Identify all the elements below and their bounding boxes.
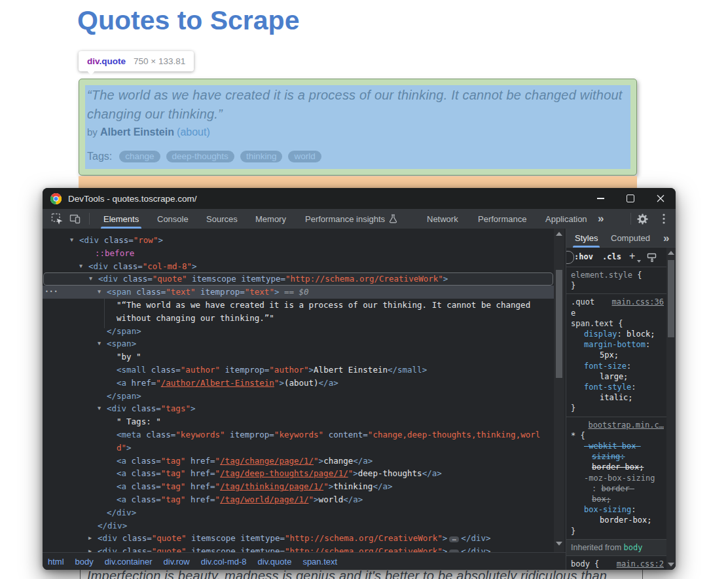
scroll-up-arrow[interactable] [556, 232, 562, 236]
dom-tree-row[interactable]: <a class="tag" href="/tag/world/page/1/"… [43, 493, 554, 506]
dom-tree-row[interactable]: d"> [43, 441, 554, 455]
dom-tree-row[interactable]: "“The world as we have created it is a p… [43, 299, 554, 312]
chrome-icon [50, 193, 62, 204]
scroll-down-arrow[interactable] [556, 542, 562, 546]
dom-tree-row[interactable]: ▼<div class="quote" itemscope itemtype="… [43, 272, 553, 286]
styles-filter-bar: :hov .cls + [566, 248, 666, 267]
breadcrumb-item-span-text[interactable]: span.text [302, 557, 337, 567]
tab-network[interactable]: Network [427, 209, 458, 229]
tab-performance[interactable]: Performance [478, 209, 526, 229]
device-toolbar-button[interactable] [69, 209, 81, 229]
kebab-icon [663, 214, 665, 224]
close-icon [657, 195, 664, 202]
dom-tree-row[interactable]: •••▼<span class="text" itemprop="text"> … [43, 286, 554, 299]
dom-tree-row[interactable]: without changing our thinking.”" [43, 312, 554, 325]
stylesheet-link[interactable]: main.css:36 [612, 297, 664, 307]
elements-panel: ▼<div class="row">::before▼<div class="c… [43, 229, 566, 570]
dom-tree-row[interactable]: "by " [43, 350, 554, 364]
dom-tree-row[interactable]: ▼<div class="col-md-8"> [43, 260, 554, 273]
scrollbar-thumb[interactable] [556, 270, 562, 378]
rendering-icon[interactable] [647, 252, 657, 263]
close-button[interactable] [646, 188, 676, 209]
inspect-icon [51, 213, 64, 225]
sidebar-tab-styles[interactable]: Styles [575, 229, 598, 248]
stylesheet-link[interactable]: main.css:2 [617, 559, 664, 569]
inspect-tooltip: div.quote 750 × 133.81 [79, 51, 194, 71]
maximize-button[interactable] [615, 188, 646, 209]
styles-scrollbar-thumb[interactable] [668, 260, 674, 337]
page-title[interactable]: Quotes to Scrape [77, 5, 299, 36]
quote-tags: Tags:changedeep-thoughtsthinkingworld [87, 151, 321, 162]
stylesheet-link[interactable]: bootstrap.min.c… [588, 420, 664, 430]
breadcrumb-item-div-row[interactable]: div.row [164, 557, 190, 567]
dom-tree-row[interactable]: ▶<div class="quote" itemscope itemtype="… [43, 545, 554, 552]
toggle-class-button[interactable]: .cls [602, 252, 621, 261]
inspect-highlight-content: “The world as we have created it is a pr… [85, 85, 630, 169]
dom-tree-row[interactable]: </span> [43, 390, 554, 403]
dom-tree-row[interactable]: ▼<div class="tags"> [43, 402, 554, 415]
dom-tree-row[interactable]: ▼<span> [43, 337, 554, 350]
breadcrumb-item-div-quote[interactable]: div.quote [258, 557, 292, 567]
filter-input[interactable] [566, 251, 574, 264]
styles-rules: element.style {}.quotmain.css:36espan.te… [566, 267, 666, 570]
styles-scroll-down[interactable] [668, 563, 674, 567]
dom-tree-row[interactable]: ▶<div class="quote" itemscope itemtype="… [43, 532, 554, 545]
about-link[interactable]: (about) [177, 126, 210, 138]
new-style-rule-button[interactable]: + [629, 250, 635, 262]
dom-tree[interactable]: ▼<div class="row">::before▼<div class="c… [43, 229, 554, 552]
minimize-button[interactable] [585, 188, 615, 209]
tooltip-dimensions: 750 × 133.81 [134, 56, 185, 66]
tag-pill[interactable]: change [119, 151, 160, 162]
device-toolbar-icon [69, 213, 81, 225]
dom-tree-row[interactable]: <a href="/author/Albert-Einstein">(about… [43, 377, 554, 390]
dom-tree-row[interactable]: </div> [43, 506, 554, 519]
collapsed-content-button[interactable]: … [449, 536, 459, 542]
quote-author: Albert Einstein [100, 126, 174, 138]
kebab-menu-button[interactable] [663, 209, 665, 229]
dom-tree-row[interactable]: <a class="tag" href="/tag/thinking/page/… [43, 480, 554, 493]
dom-tree-row[interactable]: <a class="tag" href="/tag/change/page/1/… [43, 455, 554, 468]
inherited-from-header: Inherited from body [566, 540, 666, 556]
tab-application[interactable]: Application [545, 209, 587, 229]
tooltip-arrow [86, 69, 96, 75]
sidebar-more-tabs[interactable]: » [663, 229, 668, 248]
dom-tree-row[interactable]: <meta class="keywords" itemprop="keyword… [43, 428, 554, 441]
devtools-content: ▼<div class="row">::before▼<div class="c… [43, 229, 676, 570]
dom-tree-row[interactable]: <a class="tag" href="/tag/deep-thoughts/… [43, 467, 554, 480]
tab-console[interactable]: Console [157, 209, 189, 229]
styles-scrollbar[interactable] [666, 248, 676, 570]
inherited-body-selector[interactable]: body [624, 543, 643, 552]
tab-performance-insights[interactable]: Performance insights [305, 209, 397, 229]
tab-elements[interactable]: Elements [103, 209, 139, 229]
tab-sources[interactable]: Sources [206, 209, 238, 229]
breadcrumb-item-div-col-md-8[interactable]: div.col-md-8 [201, 557, 247, 567]
toolbar-separator-2 [630, 213, 631, 225]
dom-tree-row[interactable]: </span> [43, 325, 554, 338]
indent-guide [104, 299, 105, 328]
sidebar-tab-computed[interactable]: Computed [611, 229, 650, 248]
dom-tree-row[interactable]: " Tags: " [43, 415, 554, 428]
breadcrumb-item-div-container[interactable]: div.container [105, 557, 153, 567]
tag-pill[interactable]: thinking [240, 151, 283, 162]
quote-byline: by Albert Einstein (about) [87, 126, 210, 138]
more-tabs-button[interactable]: » [598, 209, 603, 229]
dom-tree-row[interactable]: <small class="author" itemprop="author">… [43, 364, 554, 377]
toggle-hover-button[interactable]: :hov [574, 252, 593, 261]
style-rule-section: body {main.css:2 [566, 556, 666, 570]
breadcrumb-item-html[interactable]: html [48, 557, 64, 567]
tooltip-selector: div.quote [87, 56, 126, 66]
dom-tree-row[interactable]: </div> [43, 519, 554, 532]
dom-tree-row[interactable]: ▼<div class="row"> [43, 234, 554, 247]
dom-tree-row[interactable]: ::before [43, 247, 554, 260]
tag-pill[interactable]: world [288, 151, 321, 162]
styles-scroll-up[interactable] [668, 251, 674, 255]
dom-tree-scrollbar[interactable] [554, 229, 564, 552]
devtools-toolbar: ElementsConsoleSourcesMemoryPerformance … [43, 209, 676, 229]
tag-pill[interactable]: deep-thoughts [166, 151, 234, 162]
tab-memory[interactable]: Memory [255, 209, 286, 229]
settings-button[interactable] [637, 209, 648, 229]
devtools-titlebar[interactable]: DevTools - quotes.toscrape.com/ [43, 188, 676, 209]
styles-sidebar: » StylesComputed :hov .cls + element.sty… [566, 229, 676, 570]
breadcrumb-item-body[interactable]: body [75, 557, 94, 567]
inspect-element-button[interactable] [51, 209, 64, 229]
